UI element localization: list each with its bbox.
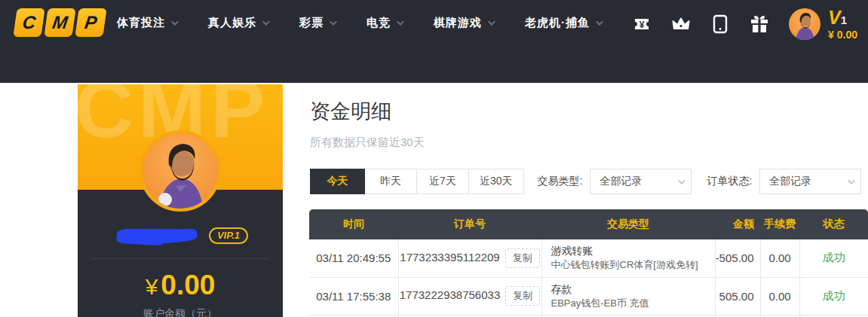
chevron-down-icon <box>678 177 686 184</box>
chevron-down-icon <box>397 18 404 26</box>
order-number: 1773233395112209 <box>400 251 499 264</box>
cell-time: 03/11 17:55:38 <box>309 277 398 315</box>
header-amount: 金额 <box>715 209 760 239</box>
chevron-down-icon <box>262 18 270 26</box>
transaction-type-value: 全部记录 <box>600 175 642 188</box>
table-header-row: 时间 订单号 交易类型 金额 手续费 状态 <box>309 209 868 239</box>
copy-button[interactable]: 复制 <box>505 248 540 268</box>
account-balance-value: ¥0.00 <box>78 270 283 301</box>
chevron-down-icon <box>596 18 603 26</box>
tab-today[interactable]: 今天 <box>310 169 365 194</box>
brand-logo[interactable]: C M P <box>15 8 105 37</box>
logo-letter-box: P <box>75 8 106 37</box>
order-number: 1773222938756033 <box>400 288 500 301</box>
transaction-type-detail: 中心钱包转账到CR体育[游戏免转] <box>551 258 709 272</box>
header-balance: ¥ 0.00 <box>828 29 857 40</box>
header-right-actions: ¥ V1 ¥ 0.00 <box>632 0 868 48</box>
vip-level-balance[interactable]: V1 ¥ 0.00 <box>828 8 857 40</box>
transaction-type-main: 游戏转账 <box>551 244 709 258</box>
logo-letter-box: C <box>13 8 44 37</box>
nav-item-esports[interactable]: 电竞 <box>367 16 402 30</box>
cell-fee: 0.00 <box>760 277 799 315</box>
profile-sidebar: CMP VIP.1 ¥0.00 账户余额（元） <box>78 84 283 317</box>
logo-letter: P <box>84 12 99 33</box>
cell-transaction-type: 游戏转账 中心钱包转账到CR体育[游戏免转] <box>541 239 715 277</box>
svg-text:¥: ¥ <box>639 20 645 30</box>
header-time: 时间 <box>309 209 398 239</box>
chevron-down-icon <box>848 177 855 184</box>
header-transaction-type: 交易类型 <box>541 209 715 239</box>
page: C M P 体育投注 真人娱乐 彩票 电竞 棋牌游戏 老虎机·捕鱼 ¥ <box>0 0 868 317</box>
header-order-no: 订单号 <box>398 209 541 239</box>
order-status-select[interactable]: 全部记录 <box>759 169 861 194</box>
vip-level-badge: VIP.1 <box>209 227 248 244</box>
main-nav: 体育投注 真人娱乐 彩票 电竞 棋牌游戏 老虎机·捕鱼 <box>117 0 601 45</box>
user-identity-row: VIP.1 <box>78 224 283 247</box>
chevron-down-icon <box>330 18 337 26</box>
cell-order-no: 1773233395112209复制 <box>398 239 541 277</box>
chevron-down-icon <box>171 18 179 26</box>
page-subtitle: 所有数据只保留近30天 <box>310 136 425 150</box>
logo-letter: C <box>21 12 37 33</box>
order-status-value: 全部记录 <box>769 175 811 188</box>
account-balance-label: 账户余额（元） <box>78 307 283 317</box>
nav-item-card-games[interactable]: 棋牌游戏 <box>434 16 493 30</box>
username-redaction-scribble <box>112 224 201 246</box>
transaction-type-main: 存款 <box>551 282 709 297</box>
cell-amount: -505.00 <box>715 239 760 277</box>
chevron-down-icon <box>488 18 495 26</box>
nav-item-sports[interactable]: 体育投注 <box>117 16 176 30</box>
sidebar-divider <box>91 258 269 259</box>
cell-time: 03/11 20:49:55 <box>309 239 398 277</box>
header-fee: 手续费 <box>760 209 799 239</box>
table-row: 03/11 17:55:38 1773222938756033复制 存款 EBP… <box>309 277 868 315</box>
tab-last-30-days[interactable]: 近30天 <box>468 169 524 194</box>
cell-transaction-type: 存款 EBPay钱包-EB币 充值 <box>541 277 715 315</box>
transaction-type-select[interactable]: 全部记录 <box>590 169 692 194</box>
profile-avatar[interactable] <box>140 130 221 212</box>
mobile-app-icon[interactable] <box>710 14 730 34</box>
cell-fee: 0.00 <box>760 239 799 277</box>
page-title: 资金明细 <box>310 98 391 125</box>
transaction-type-detail: EBPay钱包-EB币 充值 <box>551 297 709 310</box>
tab-yesterday[interactable]: 昨天 <box>364 169 417 194</box>
tab-last-7-days[interactable]: 近7天 <box>416 169 469 194</box>
transactions-table: 时间 订单号 交易类型 金额 手续费 状态 03/11 20:49:55 177… <box>309 209 868 317</box>
order-status-label: 订单状态: <box>707 175 752 188</box>
nav-item-slots-fishing[interactable]: 老虎机·捕鱼 <box>525 16 601 30</box>
transaction-type-label: 交易类型: <box>538 175 583 188</box>
logo-letter: M <box>51 12 69 33</box>
cell-status: 成功 <box>799 277 868 315</box>
gift-promo-icon[interactable] <box>750 14 769 34</box>
logo-letter-box: M <box>44 8 75 37</box>
table-row: 03/11 20:49:55 1773233395112209复制 游戏转账 中… <box>309 239 868 277</box>
user-avatar[interactable] <box>789 8 820 40</box>
wallet-yen-icon[interactable]: ¥ <box>632 14 652 34</box>
header-status: 状态 <box>799 209 868 239</box>
cell-amount: 505.00 <box>715 277 760 315</box>
copy-button[interactable]: 复制 <box>505 286 540 306</box>
cell-status: 成功 <box>799 239 868 277</box>
top-navigation-bar: C M P 体育投注 真人娱乐 彩票 电竞 棋牌游戏 老虎机·捕鱼 ¥ <box>0 0 868 83</box>
nav-item-live-casino[interactable]: 真人娱乐 <box>208 16 268 30</box>
cell-order-no: 1773222938756033复制 <box>398 277 541 315</box>
vip-level: V1 <box>828 8 857 29</box>
filter-controls: 今天 昨天 近7天 近30天 交易类型: 全部记录 订单状态: 全部记录 <box>310 169 861 194</box>
nav-item-lottery[interactable]: 彩票 <box>299 16 335 30</box>
crown-vip-icon[interactable] <box>671 14 691 34</box>
